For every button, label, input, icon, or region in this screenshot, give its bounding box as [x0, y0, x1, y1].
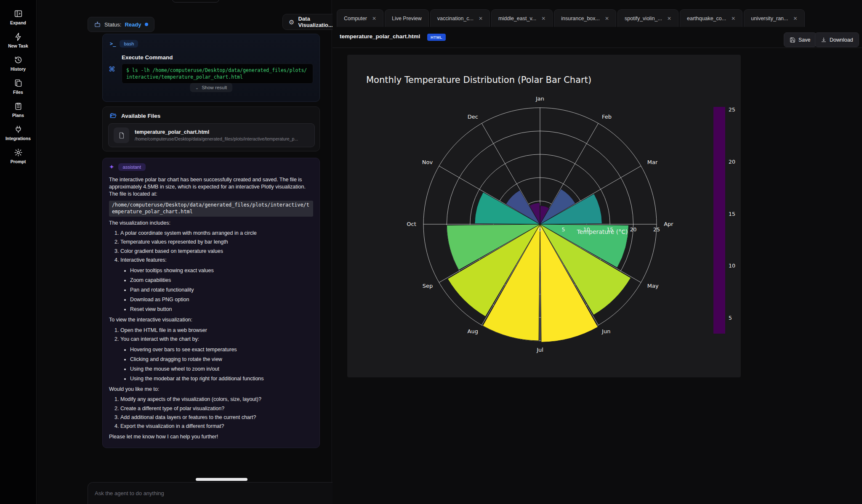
chat-input-placeholder: Ask the agent to do anything: [95, 490, 360, 496]
resize-drag-handle[interactable]: [196, 478, 247, 481]
sidebar-item-files[interactable]: Files: [1, 79, 35, 95]
download-button[interactable]: Download: [815, 32, 859, 47]
message-ordered-list: Open the HTML file in a web browserYou c…: [109, 327, 313, 343]
files-icon: [14, 79, 23, 88]
sidebar-item-label: Integrations: [5, 136, 31, 141]
available-files-card: Available Files temperature_polar_chart.…: [102, 106, 320, 151]
folder-open-icon: [109, 112, 117, 119]
svg-text:5: 5: [729, 315, 732, 321]
file-row[interactable]: temperature_polar_chart.html /home/compu…: [108, 123, 315, 147]
assistant-message-body: The interactive polar bar chart has been…: [109, 176, 313, 440]
file-header-bar: temperature_polar_chart.html HTML Save D…: [333, 27, 862, 48]
close-icon[interactable]: ✕: [605, 16, 609, 21]
tab-live-preview[interactable]: Live Preview: [385, 9, 429, 27]
message-list-item: Create a different type of polar visuali…: [120, 405, 313, 412]
close-icon[interactable]: ✕: [479, 16, 483, 21]
download-icon: [821, 37, 827, 43]
close-icon[interactable]: ✕: [541, 16, 545, 21]
polar-bars[interactable]: [447, 189, 631, 342]
svg-text:Nov: Nov: [422, 159, 433, 165]
message-list-item: Export the visualization in a different …: [120, 423, 313, 430]
execute-command-card: >_ bash Execute Command ⌘ $ ls -lh /home…: [102, 34, 320, 102]
svg-text:20: 20: [630, 226, 637, 233]
tool-title: Execute Command: [122, 54, 173, 61]
svg-text:5: 5: [561, 226, 565, 233]
sparkle-icon: ✦: [109, 163, 114, 171]
command-block[interactable]: $ ls -lh /home/computeruse/Desktop/data/…: [122, 64, 313, 84]
tab-label: Computer: [344, 16, 367, 21]
colorbar: 510152025: [713, 106, 735, 334]
zap-icon: [14, 32, 23, 41]
svg-text:Sep: Sep: [423, 283, 433, 289]
command-line: $ ls -lh /home/computeruse/Desktop/data/…: [126, 67, 309, 74]
bash-badge: bash: [120, 40, 138, 48]
svg-text:0: 0: [538, 226, 542, 233]
tab-spotify-violin[interactable]: spotify_violin_...✕: [617, 9, 678, 27]
tab-earthquake-co[interactable]: earthquake_co...✕: [680, 9, 742, 27]
sidebar-item-label: Prompt: [11, 159, 26, 164]
sidebar-item-history[interactable]: History: [1, 56, 35, 72]
message-list-item: Temperature values represented by bar le…: [120, 239, 313, 246]
close-icon[interactable]: ✕: [372, 16, 376, 21]
chat-input[interactable]: Ask the agent to do anything: [88, 482, 367, 504]
message-paragraph: Would you like me to:: [109, 386, 313, 393]
computer-status-icon: [94, 21, 101, 28]
tab-computer[interactable]: Computer✕: [337, 9, 383, 27]
icon-rail: ExpandNew TaskHistoryFilesPlansIntegrati…: [0, 0, 37, 504]
sidebar-item-integrations[interactable]: Integrations: [1, 125, 35, 141]
sidebar-item-label: Files: [13, 90, 23, 95]
sidebar-item-label: Expand: [10, 20, 26, 25]
message-ordered-list: Modify any aspects of the visualization …: [109, 396, 313, 430]
download-label: Download: [830, 37, 853, 43]
message-list-item: Using the modebar at the top right for a…: [130, 375, 313, 382]
svg-text:Temperature (°C): Temperature (°C): [577, 228, 628, 235]
message-list-item: Modify any aspects of the visualization …: [120, 396, 313, 403]
plug-icon: [14, 125, 23, 134]
save-icon: [790, 37, 795, 43]
save-button[interactable]: Save: [784, 32, 817, 47]
save-label: Save: [798, 37, 811, 43]
svg-text:Jul: Jul: [536, 347, 543, 353]
close-icon[interactable]: ✕: [731, 16, 735, 21]
sidebar-item-label: Plans: [12, 113, 24, 118]
file-tile: [114, 127, 129, 143]
show-result-button[interactable]: ⌄ Show result: [190, 83, 232, 92]
message-bullet-list: Hovering over bars to see exact temperat…: [109, 346, 313, 383]
file-path: /home/computeruse/Desktop/data/generated…: [135, 136, 298, 141]
message-paragraph: The visualization includes:: [109, 220, 313, 227]
tab-bar: Computer✕Live Previewvaccination_c...✕mi…: [337, 9, 862, 27]
close-icon[interactable]: ✕: [793, 16, 797, 21]
sidebar-item-prompt[interactable]: Prompt: [1, 148, 35, 164]
tab-vaccination-c[interactable]: vaccination_c...✕: [430, 9, 490, 27]
svg-text:Jun: Jun: [601, 328, 610, 334]
message-code-path: /home/computeruse/Desktop/data/generated…: [109, 201, 313, 217]
sidebar-item-plans[interactable]: Plans: [1, 102, 35, 118]
polar-bar-chart[interactable]: 0510152025Temperature (°C)JanFebMarAprMa…: [347, 55, 741, 377]
svg-text:Apr: Apr: [664, 221, 673, 227]
file-icon: [118, 132, 125, 139]
sidebar-item-expand[interactable]: Expand: [1, 9, 35, 25]
sidebar-item-new-task[interactable]: New Task: [1, 32, 35, 48]
close-icon[interactable]: ✕: [667, 16, 671, 21]
svg-text:Dec: Dec: [468, 114, 478, 120]
assistant-badge: assistant: [118, 163, 146, 171]
tab-insurance-box[interactable]: insurance_box...✕: [554, 9, 616, 27]
clipboard-icon: [14, 102, 23, 111]
svg-text:20: 20: [729, 159, 735, 165]
message-paragraph: Please let me know how I can help you fu…: [109, 433, 313, 440]
tab-label: earthquake_co...: [687, 16, 726, 21]
svg-text:May: May: [647, 283, 659, 289]
message-list-item: Hovering over bars to see exact temperat…: [130, 346, 313, 353]
file-name: temperature_polar_chart.html: [135, 129, 298, 135]
svg-text:Jan: Jan: [535, 95, 544, 102]
tab-university-ran[interactable]: university_ran...✕: [744, 9, 804, 27]
terminal-icon: >_: [110, 41, 116, 47]
status-ready-dot: [145, 23, 148, 26]
plotly-chart-card[interactable]: Monthly Temperature Distribution (Polar …: [347, 55, 741, 377]
svg-text:25: 25: [729, 106, 735, 113]
svg-text:Oct: Oct: [407, 221, 416, 227]
tab-middle-east-v[interactable]: middle_east_v...✕: [491, 9, 553, 27]
html-badge: HTML: [427, 34, 446, 41]
message-list-item: You can interact with the chart by:: [120, 336, 313, 343]
message-paragraph: To view the interactive visualization:: [109, 316, 313, 324]
